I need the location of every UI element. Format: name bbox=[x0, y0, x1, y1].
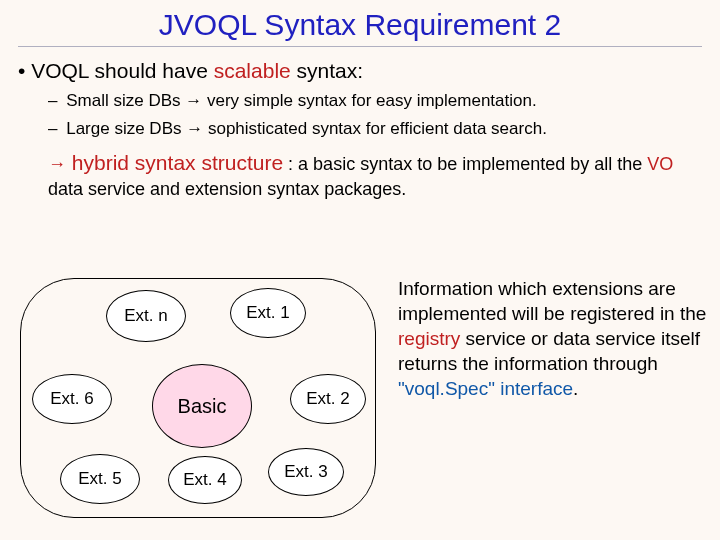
info-c: . bbox=[573, 378, 578, 399]
sub-bullet-1: – Small size DBs → very simple syntax fo… bbox=[48, 91, 702, 111]
main-bullet-pre: • VOQL should have bbox=[18, 59, 214, 82]
dash-icon: – bbox=[48, 119, 57, 138]
bubble-basic: Basic bbox=[152, 364, 252, 448]
main-bullet: • VOQL should have scalable syntax: bbox=[18, 59, 702, 83]
syntax-diagram: Ext. n Ext. 1 Ext. 6 Basic Ext. 2 Ext. 5… bbox=[14, 272, 386, 526]
bubble-ext-5: Ext. 5 bbox=[60, 454, 140, 504]
vo-keyword: VO bbox=[647, 154, 673, 174]
hybrid-post: data service and extension syntax packag… bbox=[48, 179, 406, 199]
voqlspec-keyword: "voql.Spec" interface bbox=[398, 378, 573, 399]
keyword-scalable: scalable bbox=[214, 59, 291, 82]
sub1-text-b: very simple syntax for easy implementati… bbox=[202, 91, 536, 110]
bubble-ext-6: Ext. 6 bbox=[32, 374, 112, 424]
arrow-right-icon: → bbox=[186, 119, 203, 138]
bubble-ext-2: Ext. 2 bbox=[290, 374, 366, 424]
arrow-right-icon: → bbox=[48, 154, 66, 174]
dash-icon: – bbox=[48, 91, 57, 110]
info-a: Information which extensions are impleme… bbox=[398, 278, 706, 324]
slide-title: JVOQL Syntax Requirement 2 bbox=[18, 0, 702, 47]
registry-keyword: registry bbox=[398, 328, 460, 349]
sub-bullet-2: – Large size DBs → sophisticated syntax … bbox=[48, 119, 702, 139]
hybrid-line: → hybrid syntax structure : a basic synt… bbox=[48, 149, 702, 202]
sub2-text-a: Large size DBs bbox=[61, 119, 186, 138]
main-bullet-post: syntax: bbox=[291, 59, 363, 82]
bubble-ext-3: Ext. 3 bbox=[268, 448, 344, 496]
hybrid-mid: : a basic syntax to be implemented by al… bbox=[283, 154, 647, 174]
bubble-ext-1: Ext. 1 bbox=[230, 288, 306, 338]
bubble-ext-n: Ext. n bbox=[106, 290, 186, 342]
bubble-ext-4: Ext. 4 bbox=[168, 456, 242, 504]
sub1-text-a: Small size DBs bbox=[61, 91, 185, 110]
hybrid-keyword: hybrid syntax structure bbox=[66, 151, 283, 174]
arrow-right-icon: → bbox=[185, 91, 202, 110]
info-text: Information which extensions are impleme… bbox=[398, 276, 708, 401]
sub2-text-b: sophisticated syntax for efficient data … bbox=[203, 119, 547, 138]
